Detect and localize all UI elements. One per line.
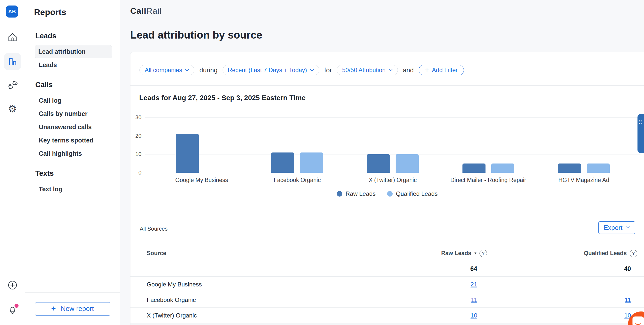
legend-item-raw-leads[interactable]: Raw Leads bbox=[337, 190, 376, 197]
table-totals-row: 6440 bbox=[130, 261, 644, 277]
company-filter-label: All companies bbox=[145, 67, 182, 74]
logo-bold: Call bbox=[130, 6, 146, 16]
new-report-label: New report bbox=[61, 305, 94, 313]
source-cell: X (Twitter) Organic bbox=[147, 312, 397, 319]
chart-title: Leads for Aug 27, 2025 - Sep 3, 2025 Eas… bbox=[139, 94, 306, 102]
gridline bbox=[145, 154, 640, 154]
sidebar-title: Reports bbox=[25, 0, 120, 24]
callrail-logo: CallRail bbox=[130, 6, 162, 16]
sidebar-item-calls-by-number[interactable]: Calls by number bbox=[35, 107, 112, 120]
chevron-down-icon bbox=[626, 226, 630, 229]
integrations-icon[interactable] bbox=[7, 80, 18, 91]
avatar[interactable]: AB bbox=[6, 6, 18, 18]
y-tick-label: 0 bbox=[138, 170, 141, 176]
legend-label: Qualified Leads bbox=[396, 190, 438, 197]
raw-leads-value: 64 bbox=[470, 265, 487, 272]
table-caption: All Sources bbox=[140, 226, 168, 232]
gridline bbox=[145, 173, 640, 173]
add-filter-label: Add Filter bbox=[432, 67, 458, 74]
gridline bbox=[145, 117, 640, 118]
notifications-bell-icon[interactable] bbox=[7, 304, 18, 315]
x-axis-label: Facebook Organic bbox=[274, 177, 321, 184]
table-body: 6440Google My Business21-Facebook Organi… bbox=[130, 261, 644, 323]
table-header-row: Source Raw Leads ▼ ? Qualified Leads ? bbox=[130, 246, 644, 261]
logo-light: Rail bbox=[146, 6, 162, 16]
chevron-down-icon bbox=[310, 69, 314, 71]
sidebar-item-lead-attribution[interactable]: Lead attribution bbox=[35, 45, 112, 58]
chevron-down-icon bbox=[389, 69, 393, 71]
feedback-tab[interactable] bbox=[637, 114, 644, 153]
filter-bar: All companies during Recent (Last 7 Days… bbox=[139, 65, 464, 75]
date-range-label: Recent (Last 7 Days + Today) bbox=[228, 67, 307, 74]
bar-raw-leads-google-my-business bbox=[176, 134, 199, 173]
reports-icon[interactable] bbox=[4, 53, 21, 70]
divider bbox=[130, 85, 644, 86]
bar-raw-leads-direct-mailer-roofing-repair bbox=[462, 164, 486, 173]
page-title: Lead attribution by source bbox=[130, 29, 262, 41]
x-axis-label: HGTV Magazine Ad bbox=[558, 177, 609, 184]
new-report-button[interactable]: + New report bbox=[35, 302, 110, 316]
qualified-leads-link[interactable]: 11 bbox=[625, 296, 637, 303]
add-circle-icon[interactable] bbox=[7, 280, 18, 290]
icon-rail: AB ⚙ bbox=[0, 0, 25, 325]
bar-qualified-leads-x-twitter-organic bbox=[396, 154, 419, 173]
sidebar-item-unanswered-calls[interactable]: Unanswered calls bbox=[35, 120, 112, 134]
notification-dot bbox=[15, 304, 19, 308]
date-range-dropdown[interactable]: Recent (Last 7 Days + Today) bbox=[223, 65, 319, 75]
reports-sidebar: Reports LeadsLead attributionLeadsCallsC… bbox=[25, 0, 120, 325]
attribution-dropdown[interactable]: 50/50 Attribution bbox=[337, 65, 398, 75]
table-row-google-my-business: Google My Business21- bbox=[130, 277, 644, 292]
company-filter-dropdown[interactable]: All companies bbox=[139, 65, 194, 75]
bar-qualified-leads-direct-mailer-roofing-repair bbox=[491, 164, 514, 173]
column-header-source[interactable]: Source bbox=[147, 250, 397, 257]
chevron-down-icon bbox=[185, 69, 189, 71]
help-icon[interactable]: ? bbox=[479, 250, 487, 257]
sidebar-footer: + New report bbox=[25, 292, 120, 325]
sidebar-section-heading-leads: Leads bbox=[35, 32, 112, 40]
raw-leads-link[interactable]: 11 bbox=[471, 296, 487, 303]
bar-raw-leads-x-twitter-organic bbox=[367, 154, 390, 173]
home-icon[interactable] bbox=[7, 32, 18, 43]
drag-handle-dots-icon bbox=[639, 120, 642, 124]
qualified-leads-value: 40 bbox=[624, 265, 637, 272]
source-cell: Google My Business bbox=[147, 281, 397, 288]
x-axis-label: Direct Mailer - Roofing Repair bbox=[450, 177, 526, 184]
table-row-facebook-organic: Facebook Organic1111 bbox=[130, 292, 644, 308]
sidebar-item-call-highlights[interactable]: Call highlights bbox=[35, 147, 112, 160]
sort-descending-icon: ▼ bbox=[474, 251, 477, 255]
help-icon[interactable]: ? bbox=[630, 250, 637, 257]
export-button[interactable]: Export bbox=[598, 221, 635, 234]
bottom-strip bbox=[130, 323, 644, 325]
sidebar-section-heading-calls: Calls bbox=[35, 81, 112, 89]
source-cell: Facebook Organic bbox=[147, 296, 397, 303]
export-label: Export bbox=[604, 224, 622, 232]
settings-gear-icon[interactable]: ⚙ bbox=[8, 104, 17, 114]
raw-leads-link[interactable]: 10 bbox=[470, 312, 487, 319]
bar-qualified-leads-hgtv-magazine-ad bbox=[587, 164, 610, 173]
add-filter-button[interactable]: + Add Filter bbox=[419, 65, 464, 75]
y-tick-label: 30 bbox=[135, 114, 141, 121]
x-axis-label: X (Twitter) Organic bbox=[369, 177, 417, 184]
sources-table: Source Raw Leads ▼ ? Qualified Leads ? 6… bbox=[130, 246, 644, 323]
sidebar-item-leads[interactable]: Leads bbox=[35, 58, 112, 72]
gridline bbox=[145, 136, 640, 136]
y-tick-label: 10 bbox=[135, 151, 141, 157]
main-content: CallRail Lead attribution by source All … bbox=[120, 0, 644, 325]
chart-plot: 3020100Google My BusinessFacebook Organi… bbox=[145, 117, 640, 173]
filter-conjunction-for: for bbox=[324, 66, 332, 74]
raw-leads-link[interactable]: 21 bbox=[470, 281, 487, 288]
plus-icon: + bbox=[425, 66, 429, 74]
bar-raw-leads-facebook-organic bbox=[271, 152, 294, 173]
column-header-qualified-leads[interactable]: Qualified Leads ? bbox=[487, 250, 637, 257]
table-row-x-twitter-organic: X (Twitter) Organic1010 bbox=[130, 308, 644, 323]
y-tick-label: 20 bbox=[135, 133, 141, 139]
column-header-raw-leads[interactable]: Raw Leads ▼ ? bbox=[397, 250, 487, 257]
sidebar-item-text-log[interactable]: Text log bbox=[35, 183, 112, 196]
filter-conjunction-and: and bbox=[403, 66, 414, 74]
legend-item-qualified-leads[interactable]: Qualified Leads bbox=[387, 190, 438, 197]
bar-raw-leads-hgtv-magazine-ad bbox=[558, 164, 581, 173]
attribution-label: 50/50 Attribution bbox=[342, 67, 385, 74]
raw-leads-header-label: Raw Leads bbox=[441, 250, 471, 257]
sidebar-item-key-terms-spotted[interactable]: Key terms spotted bbox=[35, 134, 112, 147]
sidebar-item-call-log[interactable]: Call log bbox=[35, 94, 112, 107]
